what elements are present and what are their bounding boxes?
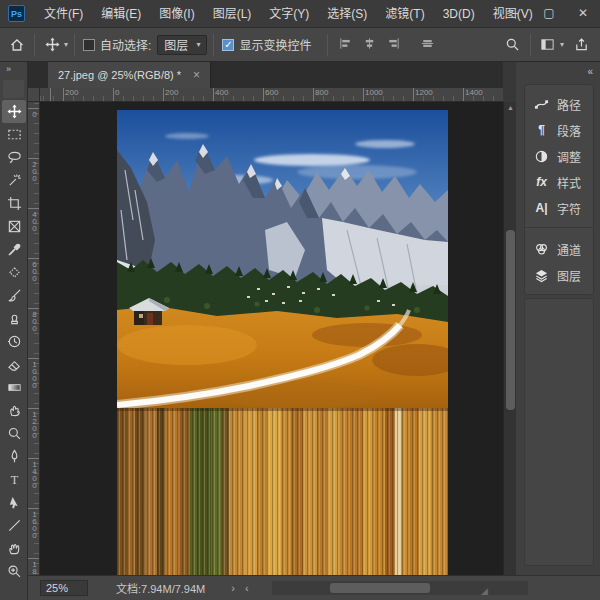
eraser-tool[interactable]: [2, 353, 26, 376]
align-left-edges-icon[interactable]: [338, 36, 353, 54]
path-selection-tool[interactable]: [2, 491, 26, 514]
smear-band: [317, 408, 327, 575]
panel-button-character[interactable]: A|字符: [525, 195, 593, 221]
hand-tool[interactable]: [2, 537, 26, 560]
panel-button-channels[interactable]: 通道: [525, 236, 593, 262]
maximize-button[interactable]: ▢: [532, 0, 566, 28]
chevron-down-icon[interactable]: ▾: [560, 40, 564, 49]
smear-band: [165, 408, 179, 575]
menu-item-7[interactable]: 3D(D): [434, 0, 484, 28]
smear-band: [135, 408, 145, 575]
eyedropper-tool[interactable]: [2, 238, 26, 261]
frame-tool[interactable]: [2, 215, 26, 238]
status-flyout-icon[interactable]: ›: [231, 582, 235, 594]
h-ruler-label: 1000: [365, 88, 383, 97]
smear-band: [349, 408, 363, 575]
tab-close-icon[interactable]: ×: [193, 68, 200, 82]
auto-select-checkbox[interactable]: [83, 39, 95, 51]
menu-item-2[interactable]: 图像(I): [150, 0, 203, 28]
move-tool[interactable]: [2, 100, 26, 123]
share-icon[interactable]: [570, 34, 592, 56]
workspace-switcher-icon[interactable]: [537, 34, 559, 56]
clone-stamp-tool[interactable]: [2, 307, 26, 330]
menu-item-1[interactable]: 编辑(E): [92, 0, 150, 28]
brush-tool[interactable]: [2, 284, 26, 307]
move-tool-options-icon[interactable]: [41, 34, 63, 56]
line-tool[interactable]: [2, 514, 26, 537]
move-icon: [7, 104, 22, 119]
canvas-area: [40, 102, 503, 575]
home-icon[interactable]: [6, 34, 28, 56]
chevron-down-icon[interactable]: ▾: [64, 40, 68, 49]
vertical-scrollbar-thumb[interactable]: [506, 230, 515, 410]
lasso-tool[interactable]: [2, 146, 26, 169]
vertical-scrollbar[interactable]: ▲: [503, 102, 516, 575]
align-horizontal-centers-icon[interactable]: [362, 36, 377, 54]
panel-button-styles[interactable]: fx样式: [525, 169, 593, 195]
toolbar-collapse-icon[interactable]: »: [0, 62, 27, 78]
type-tool[interactable]: T: [2, 468, 26, 491]
minimize-button[interactable]: –: [498, 0, 532, 28]
panel-button-layers[interactable]: 图层: [525, 262, 593, 288]
h-ruler-label: 1400: [465, 88, 483, 97]
smear-band: [245, 408, 257, 575]
menu-item-5[interactable]: 选择(S): [318, 0, 376, 28]
smear-band: [431, 408, 448, 575]
type-icon: T: [7, 472, 22, 487]
brush-icon: [7, 288, 22, 303]
wand-icon: [7, 173, 22, 188]
frame-icon: [7, 219, 22, 234]
horizontal-ruler: 2000200400600800100012001400: [40, 88, 503, 102]
dodge-tool[interactable]: [2, 422, 26, 445]
menu-item-3[interactable]: 图层(L): [204, 0, 261, 28]
panel-button-paragraph[interactable]: ¶段落: [525, 117, 593, 143]
v-ruler-label: 600: [29, 260, 39, 281]
document-tab-title: 27.jpeg @ 25%(RGB/8) *: [58, 69, 181, 81]
scroll-left-icon[interactable]: ‹: [245, 582, 249, 594]
vertical-ruler: 020040060080010001200140016001800: [28, 102, 40, 575]
svg-text:T: T: [10, 473, 18, 487]
photoshop-window: Ps 文件(F)编辑(E)图像(I)图层(L)文字(Y)选择(S)滤镜(T)3D…: [0, 0, 600, 600]
smear-band: [401, 408, 409, 575]
close-button[interactable]: ✕: [566, 0, 600, 28]
horizontal-scrollbar-thumb[interactable]: [330, 583, 430, 593]
gradient-tool[interactable]: [2, 376, 26, 399]
panel-button-adjustments[interactable]: 调整: [525, 143, 593, 169]
panel-label: 字符: [557, 200, 581, 217]
menu-item-6[interactable]: 滤镜(T): [376, 0, 433, 28]
panel-button-paths[interactable]: 路径: [525, 91, 593, 117]
healing-brush-tool[interactable]: [2, 261, 26, 284]
panel-label: 调整: [557, 148, 581, 165]
gradient-icon: [7, 380, 22, 395]
pen-icon: [7, 449, 22, 464]
auto-select-label: 自动选择:: [100, 36, 151, 53]
menu-item-0[interactable]: 文件(F): [35, 0, 92, 28]
panel-collapse-icon[interactable]: «: [587, 66, 592, 77]
panel-group-0: 路径¶段落调整fx样式A|字符: [525, 89, 593, 223]
distribute-centers-icon[interactable]: [420, 36, 435, 54]
smear-band: [257, 408, 267, 575]
smear-band: [145, 408, 157, 575]
align-right-edges-icon[interactable]: [386, 36, 401, 54]
dodge-icon: [7, 426, 22, 441]
smear-band: [229, 408, 245, 575]
document-tab[interactable]: 27.jpeg @ 25%(RGB/8) * ×: [48, 62, 211, 88]
smudge-tool[interactable]: [2, 399, 26, 422]
horizontal-scrollbar[interactable]: [272, 581, 528, 595]
magic-wand-tool[interactable]: [2, 169, 26, 192]
crop-tool[interactable]: [2, 192, 26, 215]
pen-tool[interactable]: [2, 445, 26, 468]
auto-select-target-dropdown[interactable]: 图层 ▾: [157, 35, 207, 55]
show-transform-checkbox[interactable]: ✓: [222, 39, 234, 51]
smear-band: [157, 408, 165, 575]
marquee-tool[interactable]: [2, 123, 26, 146]
landscape-photo: [117, 110, 448, 410]
menu-item-4[interactable]: 文字(Y): [260, 0, 318, 28]
lasso-icon: [7, 150, 22, 165]
zoom-level-field[interactable]: 25%: [40, 580, 88, 596]
zoom-tool[interactable]: [2, 560, 26, 583]
search-icon[interactable]: [502, 34, 524, 56]
history-brush-tool[interactable]: [2, 330, 26, 353]
smear-band: [197, 408, 211, 575]
document-image[interactable]: [117, 110, 448, 575]
